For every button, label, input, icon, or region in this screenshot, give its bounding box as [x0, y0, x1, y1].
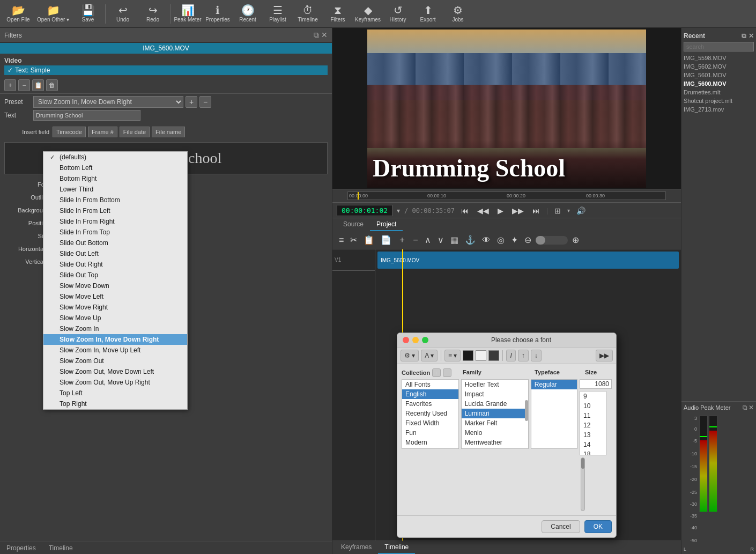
dropdown-item-slidefromleft[interactable]: Slide In From Left	[43, 205, 187, 216]
tl-btn-effects[interactable]: ✦	[509, 234, 520, 246]
dropdown-item-slowmovedown[interactable]: Slow Move Down	[43, 280, 187, 291]
recent-file-5[interactable]: Drumettes.mlt	[684, 88, 754, 97]
timeline-button[interactable]: ⏱ Timeline	[294, 2, 322, 26]
collection-item-recent[interactable]: Recently Used	[402, 409, 458, 418]
project-tab[interactable]: Project	[370, 218, 403, 231]
tl-btn-cut[interactable]: ✂	[348, 234, 359, 246]
recent-file-3[interactable]: IMG_5601.MOV	[684, 71, 754, 79]
transport-step-forward[interactable]: ▶▶	[510, 205, 526, 216]
transport-play[interactable]: ▶	[495, 205, 506, 216]
dropdown-item-slidefrombottom[interactable]: Slide In From Bottom	[43, 195, 187, 205]
source-tab[interactable]: Source	[337, 218, 370, 231]
size-item-14[interactable]: 14	[580, 440, 606, 449]
transport-to-end[interactable]: ⏭	[530, 205, 542, 216]
recent-close-icon[interactable]: ✕	[748, 32, 754, 40]
insert-frame-button[interactable]: Frame #	[88, 127, 117, 137]
audio-meter-float-icon[interactable]: ⧉	[743, 404, 747, 411]
collection-list[interactable]: All Fonts English Favorites Recently Use…	[402, 379, 459, 449]
dropdown-item-slowmoveleft[interactable]: Slow Move Left	[43, 291, 187, 302]
collection-item-english[interactable]: English	[402, 389, 458, 399]
filters-float-icon[interactable]: ⧉	[314, 31, 319, 40]
dropdown-item-lowerthird[interactable]: Lower Third	[43, 184, 187, 195]
family-item-lucida[interactable]: Lucida Grande	[462, 399, 528, 409]
timeline-tab-left[interactable]: Timeline	[42, 542, 79, 554]
timecode-dropdown-icon[interactable]: ▾	[397, 207, 400, 215]
properties-tab[interactable]: Properties	[0, 542, 42, 554]
properties-button[interactable]: ℹ Properties	[204, 2, 232, 26]
font-color-swatch-mid[interactable]	[488, 350, 499, 361]
open-file-button[interactable]: 📂 Open File	[4, 2, 32, 26]
save-button[interactable]: 💾 Save	[74, 2, 102, 26]
tl-btn-grid[interactable]: ▦	[448, 234, 461, 246]
size-list[interactable]: 9 10 11 12 13 14 18	[580, 391, 606, 455]
recent-file-1[interactable]: IMG_5598.MOV	[684, 54, 754, 62]
timeline-track[interactable]: IMG_5600.MOV	[377, 252, 679, 269]
recent-button[interactable]: 🕐 Recent	[234, 2, 262, 26]
font-color-swatch-dark[interactable]	[463, 350, 473, 361]
font-color-swatch-light[interactable]	[476, 350, 486, 361]
dropdown-item-slowzoomout[interactable]: Slow Zoom Out	[43, 356, 187, 366]
collection-add-btn[interactable]: +	[432, 368, 441, 377]
transport-to-start[interactable]: ⏮	[459, 205, 471, 216]
transport-grid[interactable]: ⊞	[552, 205, 563, 216]
transport-volume[interactable]: 🔊	[574, 205, 588, 216]
dropdown-item-slowzoomoutupright[interactable]: Slow Zoom Out, Move Up Right	[43, 377, 187, 388]
size-item-13[interactable]: 13	[580, 430, 606, 440]
font-tb-size-down[interactable]: ↓	[531, 350, 542, 361]
font-dialog-maximize-button[interactable]	[422, 337, 428, 343]
undo-button[interactable]: ↩ Undo	[109, 2, 137, 26]
history-button[interactable]: ↺ History	[384, 2, 412, 26]
font-tb-align[interactable]: ≡ ▾	[444, 350, 461, 361]
typeface-item-regular[interactable]: Regular	[531, 380, 577, 389]
filters-close-icon[interactable]: ✕	[321, 31, 328, 40]
dropdown-item-slideoutright[interactable]: Slide Out Right	[43, 259, 187, 270]
family-item-menlo[interactable]: Menlo	[462, 428, 528, 438]
audio-meter-close-icon[interactable]: ✕	[748, 404, 754, 411]
preset-add-button[interactable]: +	[186, 96, 197, 108]
recent-file-4[interactable]: IMG_5600.MOV	[684, 79, 754, 88]
tl-btn-snap[interactable]: ⚓	[463, 234, 478, 246]
dropdown-item-slowzoomoutdownleft[interactable]: Slow Zoom Out, Move Down Left	[43, 366, 187, 377]
transport-step-back[interactable]: ◀◀	[475, 205, 491, 216]
dropdown-item-bottomright[interactable]: Bottom Right	[43, 173, 187, 184]
dropdown-item-slowmoveright[interactable]: Slow Move Right	[43, 302, 187, 313]
font-tb-gear[interactable]: ⚙ ▾	[401, 350, 419, 361]
font-tb-more[interactable]: ▶▶	[596, 350, 613, 361]
family-item-markerfelt[interactable]: Marker Felt	[462, 418, 528, 428]
collection-item-pdf[interactable]: PDF	[402, 447, 458, 449]
font-size-text-input[interactable]: 1080	[580, 379, 612, 389]
recent-search-input[interactable]	[684, 42, 754, 51]
font-tb-italic[interactable]: I	[506, 350, 515, 361]
open-other-button[interactable]: 📁 Open Other ▾	[34, 2, 72, 26]
peak-meter-button[interactable]: 📊 Peak Meter	[174, 2, 202, 26]
tl-btn-up[interactable]: ∧	[423, 234, 433, 246]
filter-remove-button[interactable]: −	[18, 79, 30, 91]
family-item-luminari[interactable]: Luminari	[462, 409, 528, 418]
family-list[interactable]: Hoefler Text Impact Lucida Grande Lumina…	[461, 379, 529, 449]
collection-item-all[interactable]: All Fonts	[402, 380, 458, 389]
text-input[interactable]	[33, 110, 140, 121]
dropdown-item-slideoutleft[interactable]: Slide Out Left	[43, 248, 187, 259]
timeline-bottom-tab[interactable]: Timeline	[378, 541, 415, 554]
keyframes-bottom-tab[interactable]: Keyframes	[335, 541, 378, 554]
collection-item-favorites[interactable]: Favorites	[402, 399, 458, 409]
recent-file-6[interactable]: Shotcut project.mlt	[684, 97, 754, 105]
tl-btn-copy[interactable]: 📋	[361, 234, 376, 246]
family-item-impact[interactable]: Impact	[462, 389, 528, 399]
tl-btn-add[interactable]: ＋	[396, 233, 409, 247]
dropdown-item-slowmoveup[interactable]: Slow Move Up	[43, 313, 187, 323]
tl-btn-menu[interactable]: ≡	[337, 234, 346, 246]
insert-timecode-button[interactable]: Timecode	[53, 127, 86, 137]
insert-filename-button[interactable]: File name	[152, 127, 185, 137]
recent-float-icon[interactable]: ⧉	[742, 32, 746, 40]
dropdown-item-defaults[interactable]: ✓ (defaults)	[43, 152, 187, 162]
dropdown-item-slowzoomin[interactable]: Slow Zoom In	[43, 323, 187, 334]
collection-del-btn[interactable]: −	[443, 368, 451, 377]
family-item-hoefler[interactable]: Hoefler Text	[462, 380, 528, 389]
font-tb-size-a[interactable]: A ▾	[421, 350, 438, 361]
dropdown-item-slidefromright[interactable]: Slide In From Right	[43, 216, 187, 227]
family-item-mssans[interactable]: Microsoft Sans Serif	[462, 447, 528, 449]
size-item-11[interactable]: 11	[580, 411, 606, 420]
dropdown-item-slidefromtop[interactable]: Slide In From Top	[43, 227, 187, 238]
export-button[interactable]: ⬆ Export	[414, 2, 442, 26]
